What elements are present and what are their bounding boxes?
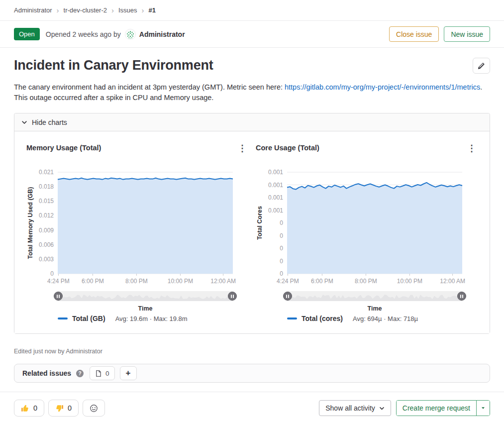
legend-series-name: Total (GB)	[72, 315, 105, 322]
related-issues-count-badge: 0	[90, 366, 115, 380]
caret-down-icon	[481, 406, 486, 411]
breadcrumb: Administrator › tr-dev-cluster-2 › Issue…	[0, 0, 504, 21]
charts-body: Memory Usage (Total)⋮0.0210.0180.0150.01…	[14, 131, 490, 333]
close-issue-button[interactable]: Close issue	[389, 26, 439, 42]
chevron-right-icon: ›	[57, 6, 59, 14]
legend-line-swatch	[58, 317, 68, 319]
legend-series-name: Total (cores)	[302, 315, 343, 322]
related-issues-title: Related issues	[22, 369, 71, 377]
issue-page: Administrator › tr-dev-cluster-2 › Issue…	[0, 0, 504, 417]
svg-text:0.012: 0.012	[39, 212, 54, 219]
svg-text:Total Memory Used (GB): Total Memory Used (GB)	[27, 187, 34, 259]
brush-handle-left[interactable]	[54, 292, 63, 301]
chart-xaxis-title: Time	[58, 305, 233, 312]
chart-card-header: Core Usage (Total)⋮	[256, 142, 478, 154]
svg-text:0.015: 0.015	[39, 198, 54, 205]
svg-text:Total Cores: Total Cores	[256, 206, 263, 240]
svg-text:0.006: 0.006	[39, 241, 54, 248]
breadcrumb-item-administrator[interactable]: Administrator	[14, 6, 52, 14]
chart-range-slider[interactable]	[287, 291, 462, 301]
svg-text:0: 0	[280, 245, 283, 252]
svg-text:10:00 PM: 10:00 PM	[397, 278, 422, 285]
opened-text: Opened 2 weeks ago by	[46, 30, 121, 38]
chart-kebab-menu-button[interactable]: ⋮	[236, 142, 248, 154]
related-issues-count: 0	[105, 370, 109, 377]
issue-icon	[95, 370, 102, 377]
issue-actions: Close issue New issue	[389, 26, 490, 42]
hide-charts-toggle[interactable]: Hide charts	[14, 113, 490, 131]
new-issue-button[interactable]: New issue	[444, 26, 490, 42]
legend-series-toggle[interactable]: Total (GB)Avg: 19.6m · Max: 19.8m	[58, 315, 248, 322]
chart-kebab-menu-button[interactable]: ⋮	[466, 142, 478, 154]
create-merge-request-button[interactable]: Create merge request	[397, 401, 477, 416]
svg-text:4:24 PM: 4:24 PM	[277, 278, 299, 285]
svg-text:0.001: 0.001	[268, 194, 283, 201]
svg-text:0.001: 0.001	[268, 182, 283, 189]
svg-text:8:00 PM: 8:00 PM	[355, 278, 377, 285]
svg-text:0: 0	[280, 232, 283, 239]
author-link[interactable]: Administrator	[139, 30, 185, 38]
brush-handle-left[interactable]	[283, 292, 292, 301]
svg-text:0.009: 0.009	[39, 227, 54, 234]
create-merge-request-caret-button[interactable]	[477, 401, 490, 416]
activity-filter-label: Show all activity	[325, 404, 375, 412]
issue-description: The canary environment had an incident a…	[0, 82, 504, 103]
chevron-right-icon: ›	[142, 6, 144, 14]
range-slider-minimap	[58, 291, 233, 301]
svg-text:8:00 PM: 8:00 PM	[125, 278, 148, 285]
chart-xaxis-title: Time	[287, 305, 462, 312]
add-related-issue-button[interactable]: +	[120, 366, 137, 380]
legend-series-toggle[interactable]: Total (cores)Avg: 694µ · Max: 718µ	[287, 315, 478, 322]
status-badge: Open	[14, 28, 40, 40]
award-emoji-bar: 0 0	[14, 400, 105, 417]
chevron-right-icon: ›	[111, 6, 114, 14]
svg-text:12:00 AM: 12:00 AM	[440, 278, 465, 285]
thumbs-up-count: 0	[33, 404, 37, 412]
legend-series-stats: Avg: 694µ · Max: 718µ	[353, 315, 418, 322]
issue-status-bar: Open Opened 2 weeks ago by Administrator	[0, 21, 504, 48]
range-slider-minimap	[287, 291, 462, 301]
chevron-down-icon	[379, 406, 385, 411]
pencil-icon	[478, 62, 485, 70]
chart-card-cores: Core Usage (Total)⋮0.0010.0010.0010.0010…	[256, 142, 478, 322]
thumbs-down-icon	[55, 404, 64, 413]
svg-text:0: 0	[50, 270, 54, 277]
svg-text:0.018: 0.018	[39, 183, 54, 190]
smiley-icon	[90, 404, 98, 413]
chart-plot-memory: 0.0210.0180.0150.0120.0090.0060.0030Tota…	[26, 154, 248, 287]
brush-handle-right[interactable]	[457, 292, 466, 301]
legend-series-stats: Avg: 19.6m · Max: 19.8m	[115, 315, 188, 322]
title-row: Incident in Canary Environment	[0, 58, 504, 74]
help-icon[interactable]: ?	[76, 370, 84, 377]
related-issues-panel: Related issues ? 0 +	[14, 364, 490, 383]
hide-charts-label: Hide charts	[32, 118, 67, 126]
svg-text:0.001: 0.001	[268, 207, 283, 214]
svg-text:0.021: 0.021	[39, 169, 54, 176]
svg-text:6:00 PM: 6:00 PM	[311, 278, 333, 285]
chart-range-slider[interactable]	[58, 291, 233, 301]
brush-handle-right[interactable]	[228, 292, 237, 301]
svg-text:0.003: 0.003	[39, 256, 54, 263]
chart-plot-cores: 0.0010.0010.0010.00100000Total Cores4:24…	[256, 154, 478, 287]
breadcrumb-item-project[interactable]: tr-dev-cluster-2	[64, 6, 107, 14]
identicon-avatar	[125, 29, 135, 40]
edit-title-button[interactable]	[473, 58, 490, 74]
charts-panel: Hide charts Memory Usage (Total)⋮0.0210.…	[14, 113, 490, 334]
svg-text:0: 0	[280, 270, 283, 277]
activity-filter-dropdown[interactable]: Show all activity	[319, 400, 391, 416]
svg-text:10:00 PM: 10:00 PM	[168, 278, 193, 285]
chevron-down-icon	[21, 119, 27, 125]
edited-note: Edited just now by Administrator	[0, 348, 504, 355]
avatar[interactable]	[125, 29, 136, 40]
thumbs-up-button[interactable]: 0	[14, 400, 44, 417]
description-text: The canary environment had an incident a…	[14, 83, 285, 91]
svg-text:0: 0	[280, 258, 283, 265]
svg-text:12:00 AM: 12:00 AM	[210, 278, 236, 285]
thumbs-down-count: 0	[68, 404, 72, 412]
chart-title: Core Usage (Total)	[256, 142, 319, 152]
add-reaction-button[interactable]	[83, 400, 105, 417]
breadcrumb-item-issues[interactable]: Issues	[118, 6, 137, 14]
thumbs-down-button[interactable]: 0	[48, 400, 79, 417]
footer-bar: 0 0	[0, 392, 504, 417]
metrics-link[interactable]: https://gitlab.com/my-org/my-project/-/e…	[285, 83, 480, 91]
